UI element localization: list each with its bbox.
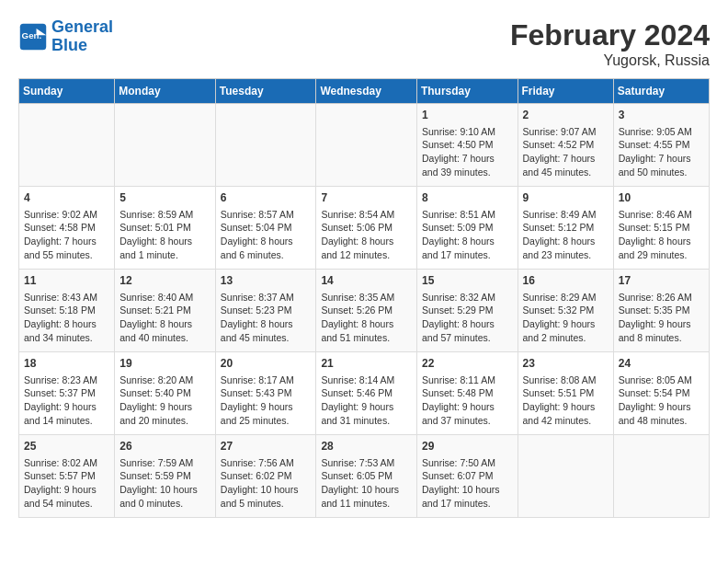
day-info: Daylight: 7 hours: [422, 152, 513, 166]
day-info: Sunrise: 8:17 AM: [221, 373, 312, 387]
header-wednesday: Wednesday: [316, 79, 417, 104]
day-info: and 37 minutes.: [422, 414, 513, 428]
calendar-header-row: SundayMondayTuesdayWednesdayThursdayFrid…: [19, 79, 710, 104]
calendar-cell: 27Sunrise: 7:56 AMSunset: 6:02 PMDayligh…: [215, 435, 316, 518]
day-info: Sunset: 5:32 PM: [523, 304, 609, 317]
day-info: Sunrise: 7:50 AM: [422, 456, 513, 470]
day-info: and 45 minutes.: [523, 166, 609, 179]
day-number: 13: [221, 273, 312, 289]
calendar-cell: [115, 104, 216, 187]
day-info: Sunrise: 8:46 AM: [619, 208, 704, 222]
day-info: Sunrise: 8:02 AM: [24, 456, 109, 470]
calendar-cell: 16Sunrise: 8:29 AMSunset: 5:32 PMDayligh…: [518, 270, 613, 352]
day-info: and 42 minutes.: [523, 414, 609, 428]
day-number: 23: [523, 356, 609, 372]
day-number: 14: [321, 273, 412, 289]
calendar-cell: 14Sunrise: 8:35 AMSunset: 5:26 PMDayligh…: [316, 270, 417, 352]
day-number: 9: [523, 190, 609, 206]
day-info: Sunset: 5:40 PM: [119, 386, 210, 400]
calendar-table: SundayMondayTuesdayWednesdayThursdayFrid…: [18, 78, 710, 518]
header-friday: Friday: [518, 79, 613, 104]
day-info: Sunrise: 9:05 AM: [619, 125, 704, 139]
calendar-cell: 12Sunrise: 8:40 AMSunset: 5:21 PMDayligh…: [115, 270, 216, 352]
calendar-cell: 4Sunrise: 9:02 AMSunset: 4:58 PMDaylight…: [19, 187, 115, 270]
day-info: Sunset: 5:43 PM: [221, 386, 312, 400]
day-info: and 12 minutes.: [321, 248, 412, 262]
day-info: and 31 minutes.: [321, 414, 412, 428]
day-info: and 55 minutes.: [24, 248, 109, 262]
calendar-cell: 9Sunrise: 8:49 AMSunset: 5:12 PMDaylight…: [518, 187, 613, 270]
day-info: and 34 minutes.: [24, 331, 109, 345]
day-info: and 20 minutes.: [119, 414, 210, 428]
day-info: Sunset: 5:51 PM: [523, 386, 609, 400]
day-number: 19: [119, 356, 210, 372]
page-title: February 2024: [510, 18, 710, 52]
day-info: Sunrise: 8:43 AM: [24, 291, 109, 304]
day-info: and 17 minutes.: [422, 248, 513, 262]
day-info: Sunset: 5:29 PM: [422, 304, 513, 317]
day-info: Sunset: 6:07 PM: [422, 469, 513, 483]
day-info: Sunset: 5:54 PM: [619, 386, 704, 400]
day-info: Daylight: 9 hours: [24, 400, 109, 414]
day-info: and 54 minutes.: [24, 497, 109, 511]
calendar-cell: 28Sunrise: 7:53 AMSunset: 6:05 PMDayligh…: [316, 435, 417, 518]
day-number: 29: [422, 439, 513, 454]
calendar-cell: 6Sunrise: 8:57 AMSunset: 5:04 PMDaylight…: [215, 187, 316, 270]
calendar-cell: 3Sunrise: 9:05 AMSunset: 4:55 PMDaylight…: [613, 104, 709, 187]
day-number: 6: [221, 190, 312, 206]
day-info: Daylight: 9 hours: [321, 400, 412, 414]
day-info: Daylight: 8 hours: [321, 317, 412, 331]
day-info: and 17 minutes.: [422, 497, 513, 511]
calendar-cell: 11Sunrise: 8:43 AMSunset: 5:18 PMDayligh…: [19, 270, 115, 352]
logo-icon: Gen.: [18, 22, 48, 52]
day-info: Daylight: 8 hours: [119, 317, 210, 331]
calendar-cell: 25Sunrise: 8:02 AMSunset: 5:57 PMDayligh…: [19, 435, 115, 518]
day-number: 17: [619, 273, 704, 289]
day-number: 16: [523, 273, 609, 289]
day-info: Sunset: 5:35 PM: [619, 304, 704, 317]
day-info: Sunset: 4:50 PM: [422, 138, 513, 152]
calendar-cell: [215, 104, 316, 187]
day-info: and 29 minutes.: [619, 248, 704, 262]
day-info: Sunrise: 8:51 AM: [422, 208, 513, 222]
day-info: Daylight: 10 hours: [119, 483, 210, 497]
day-info: Daylight: 7 hours: [523, 152, 609, 166]
day-info: Sunrise: 8:11 AM: [422, 373, 513, 387]
day-number: 18: [24, 356, 109, 372]
day-info: Daylight: 8 hours: [24, 317, 109, 331]
day-info: Sunset: 6:02 PM: [221, 469, 312, 483]
day-info: Daylight: 9 hours: [619, 317, 704, 331]
day-number: 5: [119, 190, 210, 206]
day-info: Sunrise: 8:40 AM: [119, 291, 210, 304]
day-info: and 25 minutes.: [221, 414, 312, 428]
day-info: Daylight: 7 hours: [24, 235, 109, 248]
day-number: 7: [321, 190, 412, 206]
calendar-cell: 13Sunrise: 8:37 AMSunset: 5:23 PMDayligh…: [215, 270, 316, 352]
calendar-cell: 22Sunrise: 8:11 AMSunset: 5:48 PMDayligh…: [416, 352, 518, 435]
day-info: Sunrise: 8:20 AM: [119, 373, 210, 387]
day-info: Sunrise: 8:05 AM: [619, 373, 704, 387]
day-info: and 50 minutes.: [619, 166, 704, 179]
calendar-cell: 1Sunrise: 9:10 AMSunset: 4:50 PMDaylight…: [416, 104, 518, 187]
logo: Gen. General Blue: [18, 18, 113, 55]
calendar-cell: 5Sunrise: 8:59 AMSunset: 5:01 PMDaylight…: [115, 187, 216, 270]
day-info: Sunset: 5:04 PM: [221, 221, 312, 235]
day-info: Daylight: 8 hours: [422, 317, 513, 331]
day-info: and 0 minutes.: [119, 497, 210, 511]
day-number: 21: [321, 356, 412, 372]
day-info: Daylight: 7 hours: [619, 152, 704, 166]
day-info: Sunrise: 8:26 AM: [619, 291, 704, 304]
day-info: and 14 minutes.: [24, 414, 109, 428]
header-tuesday: Tuesday: [215, 79, 316, 104]
day-number: 12: [119, 273, 210, 289]
calendar-cell: [613, 435, 709, 518]
calendar-cell: 8Sunrise: 8:51 AMSunset: 5:09 PMDaylight…: [416, 187, 518, 270]
day-info: Sunrise: 8:54 AM: [321, 208, 412, 222]
day-info: Daylight: 9 hours: [24, 483, 109, 497]
calendar-cell: [316, 104, 417, 187]
day-info: and 51 minutes.: [321, 331, 412, 345]
day-info: Daylight: 9 hours: [422, 400, 513, 414]
day-info: Sunset: 5:23 PM: [221, 304, 312, 317]
calendar-cell: 23Sunrise: 8:08 AMSunset: 5:51 PMDayligh…: [518, 352, 613, 435]
day-info: and 8 minutes.: [619, 331, 704, 345]
